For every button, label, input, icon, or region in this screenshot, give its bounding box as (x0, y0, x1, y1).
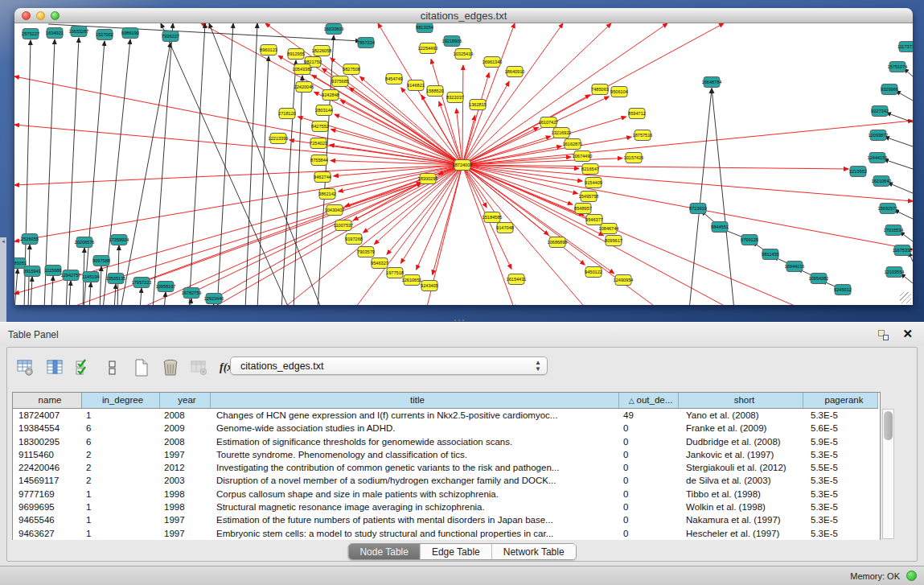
column-header-pagerank[interactable]: pagerank (803, 393, 878, 409)
control-panel-collapse-arrow[interactable]: ◂ (0, 237, 6, 322)
table-cell: 0 (619, 488, 679, 501)
split-pane-handle[interactable] (453, 318, 466, 323)
graph-edge[interactable] (318, 35, 334, 305)
table-cell: 2008 (160, 435, 211, 448)
table-row[interactable]: 911546021997Tourette syndrome. Phenomeno… (13, 448, 880, 461)
graph-edge[interactable] (51, 276, 53, 305)
table-row[interactable]: 946362711997Embryonic stem cells: a mode… (13, 527, 880, 540)
row-height-icon[interactable] (102, 358, 122, 378)
graph-edge[interactable] (462, 23, 515, 165)
graph-edge[interactable] (888, 183, 913, 193)
graph-edge[interactable] (114, 284, 116, 305)
graph-edge[interactable] (69, 281, 71, 305)
graph-edge[interactable] (433, 165, 462, 274)
graph-edge[interactable] (281, 60, 296, 305)
graph-edge[interactable] (886, 113, 913, 122)
graph-edge[interactable] (462, 165, 913, 201)
graph-node-label: 10157426 (624, 155, 644, 160)
table-panel-body: f(x) citations_edges.txt ▲▼ namein_degre… (6, 347, 918, 562)
graph-edge[interactable] (153, 23, 173, 305)
graph-edge[interactable] (31, 277, 32, 305)
table-cell: 1997 (160, 513, 211, 526)
graph-edge[interactable] (331, 130, 462, 165)
graph-edge[interactable] (894, 210, 913, 219)
scrollbar-thumb[interactable] (884, 411, 893, 440)
table-scrollbar[interactable] (882, 409, 894, 539)
graph-node-label: 9154409 (585, 180, 602, 185)
graph-edge[interactable] (14, 125, 462, 165)
graph-edge[interactable] (885, 137, 913, 146)
tab-node-table[interactable]: Node Table (348, 544, 421, 559)
table-row[interactable]: 1938455462009Genome-wide association stu… (13, 422, 880, 435)
graph-edge[interactable] (462, 165, 573, 204)
graph-edge[interactable] (140, 288, 142, 305)
graph-edge[interactable] (462, 165, 587, 305)
window-resize-grip[interactable] (900, 292, 911, 303)
graph-edge[interactable] (896, 91, 913, 101)
graph-edge[interactable] (884, 159, 913, 169)
graph-edge[interactable] (462, 72, 489, 165)
graph-node-label: 15495758 (579, 194, 599, 199)
close-panel-icon[interactable]: ✕ (902, 327, 913, 341)
create-column-icon[interactable] (131, 358, 151, 378)
graph-edge[interactable] (350, 88, 462, 165)
graph-edge[interactable] (14, 269, 18, 305)
show-columns-icon[interactable] (44, 358, 64, 378)
table-mode-icon[interactable] (15, 358, 35, 378)
column-header-outde[interactable]: △out_de... (619, 393, 679, 409)
graph-edge[interactable] (257, 56, 269, 305)
graph-edge[interactable] (121, 43, 170, 305)
graph-edge[interactable] (100, 266, 101, 305)
column-header-indegree[interactable]: in_degree (82, 393, 160, 409)
graph-node-label: 12490954 (614, 278, 634, 282)
tab-network-table[interactable]: Network Table (492, 544, 576, 559)
graph-node-label: 7485063 (591, 87, 609, 92)
table-row[interactable]: 1872400712008Changes of HCN gene express… (13, 409, 880, 422)
table-cell: 2012 (160, 461, 211, 474)
table-cell: 0 (619, 527, 679, 540)
network-canvas[interactable]: 1872400789601238912955182260589821750105… (14, 23, 913, 305)
graph-node-label: 10543382 (293, 67, 313, 72)
table-cell: 1998 (160, 501, 211, 513)
graph-edge[interactable] (689, 89, 712, 305)
column-header-name[interactable]: name (13, 393, 82, 409)
graph-edge[interactable] (66, 38, 79, 305)
graph-edge[interactable] (14, 76, 462, 165)
table-selector-dropdown[interactable]: citations_edges.txt ▲▼ (230, 356, 548, 375)
citation-network-graph[interactable]: 1872400789601238912955182260589821750105… (14, 23, 913, 305)
table-cell: 49 (619, 409, 679, 422)
graph-edge[interactable] (245, 23, 257, 305)
graph-edge[interactable] (212, 304, 214, 305)
column-header-year[interactable]: year (160, 393, 211, 409)
float-panel-icon[interactable] (878, 330, 889, 340)
table-cell: Tourette syndrome. Phenomenology and cla… (211, 448, 619, 461)
graph-edge[interactable] (712, 89, 734, 305)
graph-edge[interactable] (164, 292, 166, 305)
graph-node-label: 16648784 (702, 80, 722, 84)
graph-edge[interactable] (14, 165, 462, 185)
table-row[interactable]: 977716911998Corpus callosum shape and si… (13, 488, 880, 501)
graph-edge[interactable] (89, 282, 91, 305)
select-columns-icon[interactable] (73, 358, 93, 378)
tab-edge-table[interactable]: Edge Table (421, 544, 492, 559)
graph-edge[interactable] (190, 299, 191, 305)
graph-edge[interactable] (462, 65, 463, 165)
column-header-title[interactable]: title (211, 393, 619, 409)
graph-edge[interactable] (462, 23, 563, 165)
table-row[interactable]: 1830029562008Estimation of significance … (13, 435, 880, 448)
delete-column-icon[interactable] (160, 358, 180, 378)
graph-edge[interactable] (462, 165, 913, 249)
column-header-short[interactable]: short (679, 393, 803, 409)
table-cell: 2003 (160, 474, 211, 487)
table-row[interactable]: 969969511998Structural magnetic resonanc… (13, 501, 880, 513)
table-row[interactable]: 2242004622012Investigating the contribut… (13, 461, 880, 474)
table-row[interactable]: 1456911722003Disruption of a novel membe… (13, 474, 880, 487)
graph-edge[interactable] (340, 101, 462, 165)
memory-status-indicator[interactable] (906, 571, 917, 581)
network-window-titlebar[interactable]: citations_edges.txt (14, 8, 913, 23)
graph-edge[interactable] (217, 23, 233, 305)
table-cell: Tibbo et al. (1998) (679, 488, 803, 501)
table-row[interactable]: 946554611997Estimation of the future num… (13, 513, 880, 526)
column-header-label: year (178, 395, 195, 405)
table-cell: Stergiakouli et al. (2012) (679, 461, 803, 474)
